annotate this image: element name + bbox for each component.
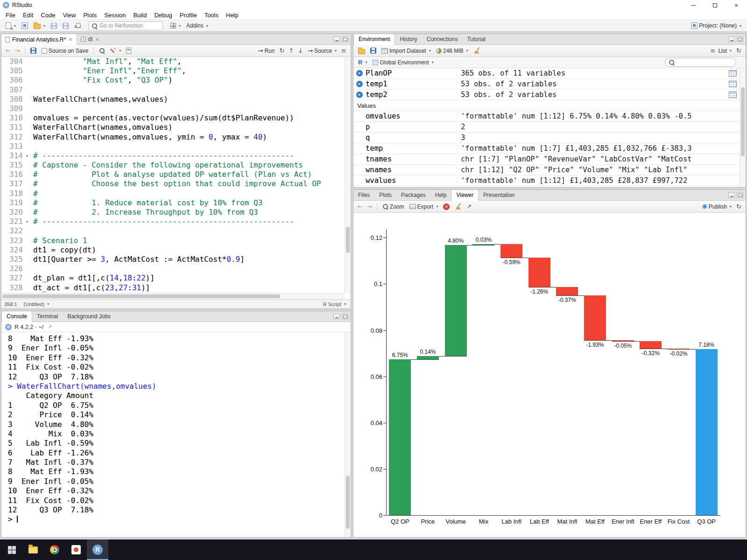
environment-row[interactable]: temp'formattable' num [1:7] £1,403,285 £…: [353, 143, 740, 154]
tab-packages[interactable]: Packages: [396, 190, 430, 200]
view-data-icon[interactable]: [729, 70, 737, 77]
menu-code[interactable]: Code: [37, 12, 59, 19]
code-line[interactable]: 321▾# ----------------------------------…: [1, 217, 345, 226]
menu-plots[interactable]: Plots: [79, 12, 100, 19]
tab-environment[interactable]: Environment: [353, 34, 395, 45]
code-line[interactable]: 322: [1, 226, 345, 236]
publish-button[interactable]: Publish▾: [700, 203, 733, 211]
code-line[interactable]: 311WaterFallChart(wnames,omvalues): [1, 123, 345, 132]
environment-row[interactable]: wvalues'formattable' num [1:12] £1,403,2…: [353, 175, 740, 186]
find-replace-button[interactable]: [97, 47, 107, 55]
console-line[interactable]: >: [8, 515, 345, 524]
code-line[interactable]: 325dt1[Quarter >= 3, ActMatCost := ActMa…: [1, 255, 345, 264]
environment-row[interactable]: q3: [353, 133, 740, 143]
menu-edit[interactable]: Edit: [19, 12, 37, 19]
menu-session[interactable]: Session: [100, 12, 129, 19]
view-data-icon[interactable]: [729, 91, 737, 98]
export-button[interactable]: Export▾: [408, 203, 440, 211]
code-line[interactable]: 326: [1, 264, 345, 273]
new-project-button[interactable]: R: [20, 21, 30, 30]
language-selector[interactable]: R▾: [356, 58, 369, 67]
print-button[interactable]: [72, 22, 83, 30]
rerun-icon[interactable]: ↻: [278, 48, 286, 54]
taskbar-chrome[interactable]: [44, 539, 65, 560]
pane-layout-button[interactable]: ▾: [169, 22, 183, 29]
maximize-button[interactable]: [704, 0, 726, 10]
source-on-save-checkbox[interactable]: [42, 48, 47, 54]
taskbar-rstudio[interactable]: R: [87, 539, 108, 560]
code-line[interactable]: 308WaterFallChart(wnames,wvalues): [1, 95, 345, 104]
scope-selector[interactable]: (Untitled)▾: [22, 301, 51, 308]
close-button[interactable]: ×: [726, 0, 747, 10]
code-line[interactable]: 316# Plot & analyse updated OP waterfall…: [1, 170, 345, 179]
editor-vertical-scrollbar[interactable]: [345, 57, 351, 293]
environment-row[interactable]: tnameschr [1:7] "PlanOP" "RevenueVar" "L…: [353, 154, 740, 165]
tab-background-jobs[interactable]: Background Jobs: [63, 311, 115, 322]
taskbar-file-explorer[interactable]: [22, 539, 44, 560]
code-line[interactable]: 324dt1 = copy(dt): [1, 245, 345, 255]
code-line[interactable]: 319# 1. Reduce material cost by 10% from…: [1, 198, 345, 208]
scrollbar-thumb[interactable]: [2, 294, 280, 298]
maximize-pane-icon[interactable]: [737, 192, 743, 198]
goto-file-input[interactable]: [99, 22, 160, 29]
tab-terminal[interactable]: Terminal: [32, 311, 63, 322]
save-all-button[interactable]: [61, 22, 70, 30]
code-line[interactable]: 305 "Ener Infl","Ener Eff",: [1, 66, 345, 76]
environment-row[interactable]: ▸temp253 obs. of 2 variables: [353, 90, 740, 100]
minimize-pane-icon[interactable]: [728, 36, 735, 42]
tab-console[interactable]: Console: [1, 311, 32, 322]
refresh-icon[interactable]: ↻: [735, 48, 743, 54]
code-line[interactable]: 307: [1, 85, 345, 95]
document-outline-icon[interactable]: ≡: [340, 48, 348, 54]
code-line[interactable]: 313: [1, 142, 345, 151]
environment-row[interactable]: ▸PlanOP365 obs. of 11 variables: [353, 68, 740, 79]
popout-icon[interactable]: ↗: [465, 203, 473, 210]
nav-forward-icon[interactable]: →: [14, 48, 21, 54]
nav-back-icon[interactable]: ←: [4, 48, 12, 54]
scrollbar-thumb[interactable]: [346, 227, 350, 253]
menu-build[interactable]: Build: [130, 12, 151, 19]
scrollbar-thumb[interactable]: [346, 476, 350, 529]
tab-connections[interactable]: Connections: [422, 34, 463, 44]
code-line[interactable]: 310omvalues = percent(as.vector(wvalues)…: [1, 113, 345, 123]
import-dataset-button[interactable]: Import Dataset▾: [380, 47, 433, 55]
viewer-forward-icon[interactable]: →: [366, 203, 374, 210]
code-line[interactable]: 304 "Mat Infl", "Mat Eff",: [1, 57, 345, 66]
maximize-pane-icon[interactable]: [737, 36, 743, 42]
tab-history[interactable]: History: [395, 34, 422, 44]
tab-presentation[interactable]: Presentation: [479, 190, 519, 200]
code-line[interactable]: 318#: [1, 189, 345, 198]
editor-tab-dt[interactable]: dt×: [77, 34, 103, 44]
expand-icon[interactable]: ▸: [353, 91, 366, 98]
expand-icon[interactable]: ▸: [353, 81, 366, 87]
menu-file[interactable]: File: [2, 12, 19, 19]
load-workspace-button[interactable]: [356, 47, 367, 55]
menu-debug[interactable]: Debug: [150, 12, 176, 19]
code-line[interactable]: 306 "Fix Cost", "Q3 OP"): [1, 76, 345, 85]
editor-save-button[interactable]: [28, 47, 38, 55]
open-file-button[interactable]: ▾: [32, 21, 47, 30]
code-line[interactable]: 312WaterFallChart(wnames,omvalues, ymin …: [1, 133, 345, 142]
code-area[interactable]: 304 "Mat Infl", "Mat Eff",305 "Ener Infl…: [1, 57, 345, 293]
environment-row[interactable]: omvalues'formattable' num [1:12] 6.75% 0…: [353, 111, 740, 122]
environment-row[interactable]: ▸temp153 obs. of 2 variables: [353, 79, 740, 90]
compile-report-button[interactable]: [124, 47, 133, 55]
minimize-pane-icon[interactable]: [333, 36, 340, 42]
remove-plot-button[interactable]: ×: [441, 203, 451, 211]
scrollbar-thumb[interactable]: [741, 87, 745, 156]
maximize-pane-icon[interactable]: [342, 314, 348, 319]
filetype-selector[interactable]: R Script▾: [321, 301, 348, 308]
fold-arrow-icon[interactable]: ▾: [24, 151, 30, 161]
clear-workspace-button[interactable]: [472, 46, 482, 55]
minimize-pane-icon[interactable]: [728, 192, 735, 198]
save-workspace-button[interactable]: [368, 47, 378, 55]
save-button[interactable]: [49, 22, 59, 30]
console-output[interactable]: 8 Mat Eff -1.93%9 Ener Infl -0.05%10 Ene…: [1, 332, 345, 537]
source-button[interactable]: →Source▾: [306, 46, 338, 55]
source-on-save-toggle[interactable]: Source on Save: [40, 47, 90, 55]
memory-usage-button[interactable]: 246 MiB▾: [434, 47, 470, 55]
new-file-button[interactable]: +▾: [4, 21, 18, 30]
editor-tab-financial-analytics-r-[interactable]: Financial Analytics.R*×: [1, 34, 77, 45]
tab-help[interactable]: Help: [430, 190, 451, 200]
code-line[interactable]: 320# 2. Increase Throughput by 10% from …: [1, 208, 345, 217]
